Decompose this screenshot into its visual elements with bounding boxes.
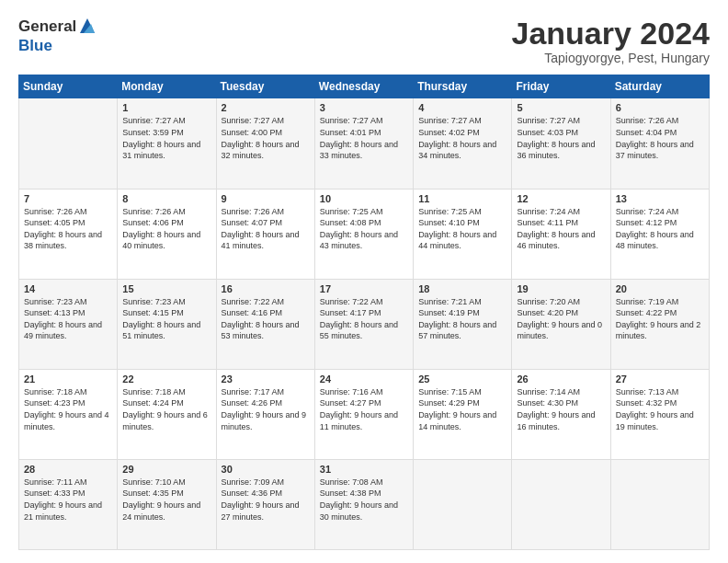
table-row [414,459,512,549]
cell-detail: Sunrise: 7:20 AM Sunset: 4:20 PM Dayligh… [517,296,605,342]
day-number: 4 [418,102,506,113]
calendar-row: 14Sunrise: 7:23 AM Sunset: 4:13 PM Dayli… [19,279,710,369]
table-row: 2Sunrise: 7:27 AM Sunset: 4:00 PM Daylig… [216,98,314,189]
day-number: 7 [24,193,112,204]
day-number: 8 [122,193,210,204]
day-number: 22 [122,373,210,385]
day-number: 26 [517,373,605,385]
calendar-page: General Blue January 2024 Tapiogyorgye, … [0,0,728,563]
day-number: 16 [222,283,310,294]
cell-detail: Sunrise: 7:11 AM Sunset: 4:33 PM Dayligh… [24,477,112,523]
table-row: 12Sunrise: 7:24 AM Sunset: 4:11 PM Dayli… [512,189,610,279]
table-row: 26Sunrise: 7:14 AM Sunset: 4:30 PM Dayli… [512,369,610,459]
cell-detail: Sunrise: 7:23 AM Sunset: 4:13 PM Dayligh… [24,296,112,342]
cell-detail: Sunrise: 7:10 AM Sunset: 4:35 PM Dayligh… [122,477,210,523]
table-row: 24Sunrise: 7:16 AM Sunset: 4:27 PM Dayli… [314,369,413,459]
cell-detail: Sunrise: 7:27 AM Sunset: 4:01 PM Dayligh… [320,115,408,161]
month-title: January 2024 [512,17,711,51]
cell-detail: Sunrise: 7:24 AM Sunset: 4:12 PM Dayligh… [616,206,704,252]
cell-detail: Sunrise: 7:27 AM Sunset: 3:59 PM Dayligh… [122,115,210,161]
header-saturday: Saturday [610,75,709,98]
logo-blue-text: Blue [18,37,52,55]
cell-detail: Sunrise: 7:14 AM Sunset: 4:30 PM Dayligh… [517,386,605,432]
title-section: January 2024 Tapiogyorgye, Pest, Hungary [512,17,711,65]
cell-detail: Sunrise: 7:13 AM Sunset: 4:32 PM Dayligh… [616,386,704,432]
table-row: 11Sunrise: 7:25 AM Sunset: 4:10 PM Dayli… [414,189,512,279]
table-row: 30Sunrise: 7:09 AM Sunset: 4:36 PM Dayli… [216,459,314,549]
day-number: 23 [222,373,310,385]
header-sunday: Sunday [19,75,118,98]
day-number: 27 [616,373,704,385]
cell-detail: Sunrise: 7:15 AM Sunset: 4:29 PM Dayligh… [418,386,506,432]
table-row: 23Sunrise: 7:17 AM Sunset: 4:26 PM Dayli… [216,369,314,459]
day-number: 18 [418,283,506,294]
table-row: 14Sunrise: 7:23 AM Sunset: 4:13 PM Dayli… [19,279,118,369]
table-row: 19Sunrise: 7:20 AM Sunset: 4:20 PM Dayli… [512,279,610,369]
cell-detail: Sunrise: 7:23 AM Sunset: 4:15 PM Dayligh… [122,296,210,342]
table-row: 22Sunrise: 7:18 AM Sunset: 4:24 PM Dayli… [118,369,216,459]
logo-general-text: General [18,17,76,36]
day-number: 1 [122,102,210,113]
cell-detail: Sunrise: 7:24 AM Sunset: 4:11 PM Dayligh… [517,206,605,252]
cell-detail: Sunrise: 7:17 AM Sunset: 4:26 PM Dayligh… [222,386,310,432]
header-tuesday: Tuesday [216,75,314,98]
table-row: 31Sunrise: 7:08 AM Sunset: 4:38 PM Dayli… [314,459,413,549]
table-row: 7Sunrise: 7:26 AM Sunset: 4:05 PM Daylig… [19,189,118,279]
cell-detail: Sunrise: 7:25 AM Sunset: 4:08 PM Dayligh… [320,206,408,252]
table-row: 10Sunrise: 7:25 AM Sunset: 4:08 PM Dayli… [314,189,413,279]
cell-detail: Sunrise: 7:22 AM Sunset: 4:17 PM Dayligh… [320,296,408,342]
day-number: 31 [320,464,408,475]
cell-detail: Sunrise: 7:09 AM Sunset: 4:36 PM Dayligh… [222,477,310,523]
table-row [512,459,610,549]
day-number: 28 [24,464,112,475]
day-number: 30 [222,464,310,475]
table-row: 17Sunrise: 7:22 AM Sunset: 4:17 PM Dayli… [314,279,413,369]
table-row: 8Sunrise: 7:26 AM Sunset: 4:06 PM Daylig… [118,189,216,279]
table-row: 3Sunrise: 7:27 AM Sunset: 4:01 PM Daylig… [314,98,413,189]
location-subtitle: Tapiogyorgye, Pest, Hungary [512,51,711,65]
cell-detail: Sunrise: 7:21 AM Sunset: 4:19 PM Dayligh… [418,296,506,342]
cell-detail: Sunrise: 7:27 AM Sunset: 4:02 PM Dayligh… [418,115,506,161]
calendar-row: 7Sunrise: 7:26 AM Sunset: 4:05 PM Daylig… [19,189,710,279]
table-row: 21Sunrise: 7:18 AM Sunset: 4:23 PM Dayli… [19,369,118,459]
cell-detail: Sunrise: 7:16 AM Sunset: 4:27 PM Dayligh… [320,386,408,432]
cell-detail: Sunrise: 7:27 AM Sunset: 4:00 PM Dayligh… [222,115,310,161]
table-row: 6Sunrise: 7:26 AM Sunset: 4:04 PM Daylig… [610,98,709,189]
day-number: 17 [320,283,408,294]
table-row: 18Sunrise: 7:21 AM Sunset: 4:19 PM Dayli… [414,279,512,369]
cell-detail: Sunrise: 7:19 AM Sunset: 4:22 PM Dayligh… [616,296,704,342]
day-number: 11 [418,193,506,204]
cell-detail: Sunrise: 7:26 AM Sunset: 4:05 PM Dayligh… [24,206,112,252]
header-thursday: Thursday [414,75,512,98]
cell-detail: Sunrise: 7:22 AM Sunset: 4:16 PM Dayligh… [222,296,310,342]
logo: General Blue [18,17,97,55]
table-row: 1Sunrise: 7:27 AM Sunset: 3:59 PM Daylig… [118,98,216,189]
table-row: 4Sunrise: 7:27 AM Sunset: 4:02 PM Daylig… [414,98,512,189]
day-number: 24 [320,373,408,385]
cell-detail: Sunrise: 7:25 AM Sunset: 4:10 PM Dayligh… [418,206,506,252]
table-row [19,98,118,189]
header-monday: Monday [118,75,216,98]
day-number: 29 [122,464,210,475]
table-row: 29Sunrise: 7:10 AM Sunset: 4:35 PM Dayli… [118,459,216,549]
table-row: 27Sunrise: 7:13 AM Sunset: 4:32 PM Dayli… [610,369,709,459]
table-row: 20Sunrise: 7:19 AM Sunset: 4:22 PM Dayli… [610,279,709,369]
cell-detail: Sunrise: 7:26 AM Sunset: 4:07 PM Dayligh… [222,206,310,252]
day-number: 9 [222,193,310,204]
day-number: 12 [517,193,605,204]
table-row: 25Sunrise: 7:15 AM Sunset: 4:29 PM Dayli… [414,369,512,459]
cell-detail: Sunrise: 7:26 AM Sunset: 4:04 PM Dayligh… [616,115,704,161]
calendar-table: Sunday Monday Tuesday Wednesday Thursday… [18,75,710,550]
calendar-header-row: Sunday Monday Tuesday Wednesday Thursday… [19,75,710,98]
day-number: 20 [616,283,704,294]
table-row: 28Sunrise: 7:11 AM Sunset: 4:33 PM Dayli… [19,459,118,549]
table-row: 15Sunrise: 7:23 AM Sunset: 4:15 PM Dayli… [118,279,216,369]
table-row: 9Sunrise: 7:26 AM Sunset: 4:07 PM Daylig… [216,189,314,279]
cell-detail: Sunrise: 7:18 AM Sunset: 4:24 PM Dayligh… [122,386,210,432]
logo-icon [78,17,97,37]
calendar-row: 21Sunrise: 7:18 AM Sunset: 4:23 PM Dayli… [19,369,710,459]
day-number: 5 [517,102,605,113]
header: General Blue January 2024 Tapiogyorgye, … [18,17,710,65]
day-number: 10 [320,193,408,204]
day-number: 13 [616,193,704,204]
